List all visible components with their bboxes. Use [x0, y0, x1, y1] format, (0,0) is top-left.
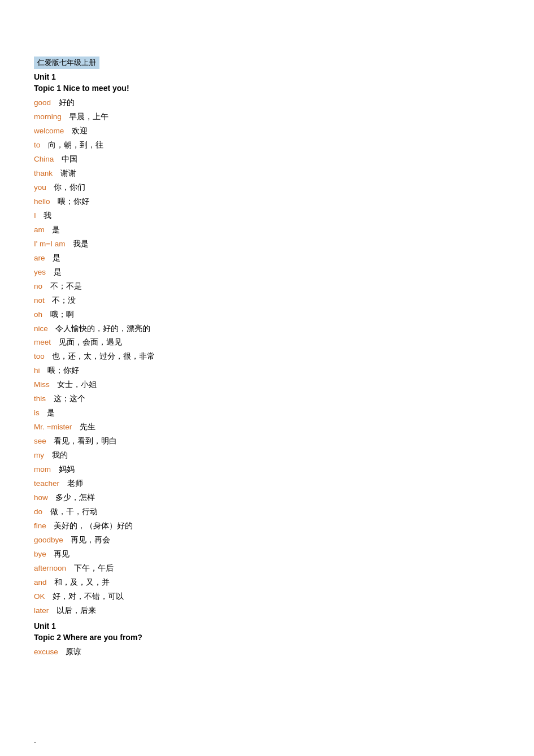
vocab-cn: 原谅 — [58, 648, 82, 656]
vocab-cn: 妈妈 — [51, 465, 75, 473]
list-item: hi 喂；你好 — [34, 364, 500, 378]
list-item: afternoon 下午，午后 — [34, 562, 500, 576]
list-item: oh 哦；啊 — [34, 308, 500, 322]
book-label: 仁爱版七年级上册 — [34, 57, 99, 69]
topic2-heading: Topic 2 Where are you from? — [34, 633, 500, 642]
list-item: OK 好，对，不错，可以 — [34, 590, 500, 604]
list-item: hello 喂；你好 — [34, 195, 500, 209]
list-item: Miss 女士，小姐 — [34, 378, 500, 392]
vocab-en: see — [34, 437, 46, 445]
vocab-en: how — [34, 493, 48, 502]
vocab-cn: 以后，后来 — [49, 606, 96, 615]
vocab-en: mom — [34, 465, 51, 473]
vocab-cn: 我是 — [65, 240, 89, 248]
vocab-en: yes — [34, 268, 46, 276]
list-item: and 和，及，又，并 — [34, 576, 500, 590]
list-item: my 我的 — [34, 449, 500, 463]
vocab-cn: 做，干，行动 — [42, 507, 98, 516]
vocab-en: Mr. =mister — [34, 423, 72, 431]
list-item: bye 再见 — [34, 548, 500, 562]
vocab-cn: 欢迎 — [64, 127, 88, 135]
list-item: goodbye 再见，再会 — [34, 533, 500, 548]
vocab-cn: 哦；啊 — [42, 310, 74, 319]
vocab-en: not — [34, 296, 45, 305]
vocab-cn: 是 — [40, 409, 55, 417]
vocab-cn: 再见 — [46, 550, 70, 558]
list-item: good 好的 — [34, 96, 500, 110]
list-item: fine 美好的，（身体）好的 — [34, 519, 500, 533]
vocab-en: am — [34, 225, 45, 234]
dot-mark: . — [34, 736, 36, 745]
vocab-cn: 我 — [36, 211, 52, 220]
vocab-cn: 中国 — [54, 155, 77, 163]
vocab-en: Miss — [34, 380, 50, 389]
list-item: to 向，朝，到，往 — [34, 138, 500, 153]
vocab-en: welcome — [34, 127, 64, 135]
list-item: I' m=I am 我是 — [34, 237, 500, 251]
list-item: am 是 — [34, 223, 500, 237]
vocab-en: goodbye — [34, 536, 63, 544]
vocab-cn: 和，及，又，并 — [47, 578, 110, 586]
list-item: later 以后，后来 — [34, 604, 500, 618]
topic1-heading: Topic 1 Nice to meet you! — [34, 84, 500, 93]
vocab-cn: 谢谢 — [53, 169, 76, 177]
vocab-en: is — [34, 409, 40, 417]
list-item: meet 见面，会面，遇见 — [34, 336, 500, 350]
vocab-cn: 下午，午后 — [66, 564, 114, 572]
list-item: teacher 老师 — [34, 477, 500, 491]
page-container: 仁爱版七年级上册 Unit 1 Topic 1 Nice to meet you… — [0, 0, 534, 756]
vocab-en: good — [34, 98, 51, 107]
list-item: yes 是 — [34, 266, 500, 280]
vocab-cn: 这；这个 — [46, 394, 85, 403]
vocab-cn: 女士，小姐 — [50, 380, 97, 389]
vocab-en: morning — [34, 112, 62, 121]
vocab-cn: 是 — [45, 254, 61, 262]
vocab-cn: 向，朝，到，往 — [40, 141, 103, 149]
vocab-en: afternoon — [34, 564, 66, 572]
list-item: thank 谢谢 — [34, 167, 500, 181]
vocab-en: thank — [34, 169, 53, 177]
vocab-cn: 我的 — [44, 451, 68, 459]
vocab-cn: 喂；你好 — [40, 366, 80, 375]
list-item: not 不；没 — [34, 294, 500, 308]
list-item: morning 早晨，上午 — [34, 110, 500, 124]
vocab-cn: 令人愉快的，好的，漂亮的 — [48, 324, 151, 333]
vocab-cn: 多少，怎样 — [48, 493, 95, 502]
vocab-en: are — [34, 254, 45, 262]
vocab-en: too — [34, 352, 45, 360]
vocab-en: to — [34, 141, 40, 149]
unit1-heading: Unit 1 — [34, 72, 500, 81]
list-item: is 是 — [34, 406, 500, 420]
vocab-en: hello — [34, 197, 50, 206]
vocab-en: China — [34, 155, 54, 163]
list-item: welcome 欢迎 — [34, 124, 500, 138]
list-item: too 也，还，太，过分，很，非常 — [34, 350, 500, 364]
vocab-en: and — [34, 578, 47, 586]
list-item: do 做，干，行动 — [34, 505, 500, 519]
unit1b-heading: Unit 1 — [34, 622, 500, 631]
vocab-en: excuse — [34, 648, 58, 656]
list-item: how 多少，怎样 — [34, 491, 500, 505]
vocab-en: no — [34, 282, 42, 290]
vocab-en: this — [34, 394, 46, 403]
vocab-cn: 不；没 — [45, 296, 76, 305]
vocab-cn: 你，你们 — [46, 183, 86, 192]
vocab-cn: 见面，会面，遇见 — [51, 338, 122, 346]
vocab-cn: 先生 — [72, 423, 95, 431]
vocab-cn: 美好的，（身体）好的 — [46, 522, 133, 530]
list-item: are 是 — [34, 251, 500, 266]
vocab-list-1: good 好的morning 早晨，上午welcome 欢迎to 向，朝，到，往… — [34, 96, 500, 618]
vocab-en: later — [34, 606, 49, 615]
vocab-en: you — [34, 183, 46, 192]
vocab-en: do — [34, 507, 42, 516]
vocab-en: teacher — [34, 479, 59, 488]
vocab-en: nice — [34, 324, 48, 333]
list-item: this 这；这个 — [34, 392, 500, 406]
vocab-en: oh — [34, 310, 42, 319]
vocab-cn: 不；不是 — [42, 282, 82, 290]
vocab-cn: 是 — [46, 268, 62, 276]
list-item: no 不；不是 — [34, 280, 500, 294]
list-item: nice 令人愉快的，好的，漂亮的 — [34, 322, 500, 336]
list-item: you 你，你们 — [34, 181, 500, 195]
vocab-list-2: excuse 原谅 — [34, 645, 500, 659]
